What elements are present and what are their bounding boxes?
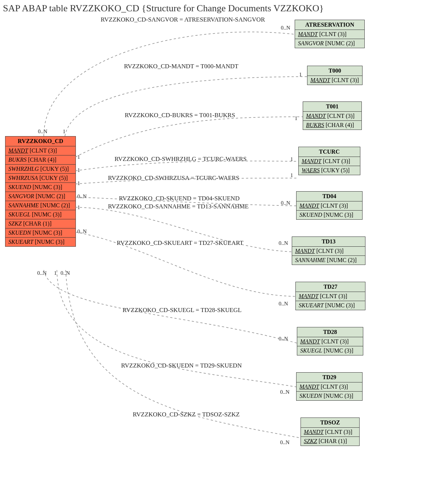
cardinality: 1 bbox=[77, 180, 80, 186]
field-row: MANDT [CLNT (3)] bbox=[5, 146, 75, 155]
entity-td04: TD04MANDT [CLNT (3)]SKUEND [NUMC (3)] bbox=[296, 191, 363, 220]
entity-td29: TD29MANDT [CLNT (3)]SKUEDN [NUMC (3)] bbox=[296, 372, 363, 401]
entity-t001: T001MANDT [CLNT (3)]BUKRS [CHAR (4)] bbox=[303, 101, 362, 130]
cardinality: 0..N bbox=[280, 389, 290, 395]
cardinality: 0..N bbox=[61, 270, 70, 276]
field-row: SANNAHME [NUMC (2)] bbox=[292, 256, 365, 265]
entity-header: TD13 bbox=[292, 237, 365, 247]
field-row: SANGVOR [NUMC (2)] bbox=[295, 39, 364, 48]
field-row: SANNAHME [NUMC (2)] bbox=[5, 201, 75, 210]
entity-tcurc: TCURCMANDT [CLNT (3)]WAERS [CUKY (5)] bbox=[298, 147, 360, 175]
relation-label: RVZZKOKO_CD-SZKZ = TDSOZ-SZKZ bbox=[133, 411, 240, 418]
entity-td13: TD13MANDT [CLNT (3)]SANNAHME [NUMC (2)] bbox=[292, 236, 365, 265]
field-row: MANDT [CLNT (3)] bbox=[301, 428, 359, 437]
field-row: SZKZ [CHAR (1)] bbox=[301, 437, 359, 446]
cardinality: 1 bbox=[290, 156, 293, 162]
field-row: MANDT [CLNT (3)] bbox=[295, 30, 364, 39]
cardinality: 0..N bbox=[279, 240, 288, 246]
relation-label: RVZZKOKO_CD-SKUEGL = TD28-SKUEGL bbox=[123, 307, 242, 314]
field-row: SKUEND [NUMC (3)] bbox=[5, 183, 75, 192]
diagram-title: SAP ABAP table RVZZKOKO_CD {Structure fo… bbox=[3, 3, 426, 14]
connector-layer bbox=[0, 0, 430, 504]
entity-header: TDSOZ bbox=[301, 418, 359, 428]
entity-t000: T000MANDT [CLNT (3)] bbox=[307, 66, 363, 85]
entity-header: TCURC bbox=[299, 147, 360, 157]
entity-header: TD04 bbox=[297, 192, 362, 201]
entity-header: TD27 bbox=[296, 282, 365, 292]
cardinality: 0..N bbox=[279, 336, 288, 342]
entity-header: RVZZKOKO_CD bbox=[5, 136, 75, 146]
field-row: SKUEGL [NUMC (3)] bbox=[5, 210, 75, 219]
entity-header: TD29 bbox=[297, 373, 362, 382]
field-row: BUKRS [CHAR (4)] bbox=[303, 121, 361, 130]
relation-label: RVZZKOKO_CD-SANGVOR = ATRESERVATION-SANG… bbox=[101, 16, 265, 23]
field-row: MANDT [CLNT (3)] bbox=[297, 201, 362, 211]
field-row: MANDT [CLNT (3)] bbox=[297, 337, 363, 346]
relation-label: RVZZKOKO_CD-SKUEND = TD04-SKUEND bbox=[119, 195, 240, 202]
field-row: SKUEART [NUMC (3)] bbox=[5, 238, 75, 246]
cardinality: 1 bbox=[77, 167, 80, 173]
relation-label: RVZZKOKO_CD-SANNAHME = TD13-SANNAHME bbox=[108, 203, 249, 210]
field-row: SWHRZHLG [CUKY (5)] bbox=[5, 165, 75, 174]
field-row: SKUEART [NUMC (3)] bbox=[296, 301, 365, 310]
field-row: MANDT [CLNT (3)] bbox=[299, 157, 360, 166]
entity-tdsoz: TDSOZMANDT [CLNT (3)]SZKZ [CHAR (1)] bbox=[301, 418, 360, 446]
cardinality: 0..N bbox=[77, 228, 87, 235]
cardinality: 0..N bbox=[77, 193, 87, 200]
cardinality: 1 bbox=[77, 204, 80, 211]
entity-rvzzkoko-cd: RVZZKOKO_CD MANDT [CLNT (3)]BUKRS [CHAR … bbox=[5, 136, 76, 247]
entity-td27: TD27MANDT [CLNT (3)]SKUEART [NUMC (3)] bbox=[295, 282, 365, 310]
field-row: SANGVOR [NUMC (2)] bbox=[5, 192, 75, 201]
field-row: BUKRS [CHAR (4)] bbox=[5, 155, 75, 165]
cardinality: 0..N bbox=[37, 270, 47, 276]
relation-label: RVZZKOKO_CD-SKUEART = TD27-SKUEART bbox=[117, 239, 243, 247]
field-row: MANDT [CLNT (3)] bbox=[307, 76, 362, 85]
relation-label: RVZZKOKO_CD-SWHRZUSA = TCURC-WAERS bbox=[108, 174, 239, 182]
entity-atreservation: ATRESERVATIONMANDT [CLNT (3)]SANGVOR [NU… bbox=[295, 20, 365, 48]
field-row: SKUEND [NUMC (3)] bbox=[297, 211, 362, 219]
entity-td28: TD28MANDT [CLNT (3)]SKUEGL [NUMC (3)] bbox=[297, 327, 363, 355]
field-row: WAERS [CUKY (5)] bbox=[299, 166, 360, 175]
relation-label: RVZZKOKO_CD-MANDT = T000-MANDT bbox=[124, 63, 239, 70]
field-row: MANDT [CLNT (3)] bbox=[303, 112, 361, 121]
field-row: SWHRZUSA [CUKY (5)] bbox=[5, 174, 75, 183]
cardinality: 1 bbox=[54, 270, 57, 276]
cardinality: 0..N bbox=[281, 25, 290, 31]
entity-header: TD28 bbox=[297, 327, 363, 337]
field-row: SKUEDN [NUMC (3)] bbox=[297, 392, 362, 400]
cardinality: 1 bbox=[77, 154, 80, 160]
entity-header: T000 bbox=[307, 66, 362, 76]
entity-header: T001 bbox=[303, 102, 361, 112]
cardinality: 1 bbox=[63, 128, 66, 135]
cardinality: 0..N bbox=[280, 439, 290, 446]
field-row: SKUEDN [NUMC (3)] bbox=[5, 228, 75, 238]
field-row: SKUEGL [NUMC (3)] bbox=[297, 346, 363, 355]
relation-label: RVZZKOKO_CD-SWHRZHLG = TCURC-WAERS bbox=[115, 155, 247, 163]
field-row: MANDT [CLNT (3)] bbox=[297, 382, 362, 392]
relation-label: RVZZKOKO_CD-SKUEDN = TD29-SKUEDN bbox=[121, 362, 242, 369]
field-row: MANDT [CLNT (3)] bbox=[292, 247, 365, 256]
cardinality: 0..N bbox=[279, 301, 288, 307]
cardinality: 1 bbox=[290, 172, 293, 178]
cardinality: 0..N bbox=[38, 128, 47, 135]
cardinality: 0..N bbox=[281, 200, 290, 206]
field-row: MANDT [CLNT (3)] bbox=[296, 292, 365, 301]
cardinality: 1 bbox=[295, 115, 298, 122]
field-row: SZKZ [CHAR (1)] bbox=[5, 219, 75, 228]
cardinality: 1 bbox=[299, 72, 302, 78]
relation-label: RVZZKOKO_CD-BUKRS = T001-BUKRS bbox=[125, 112, 235, 119]
entity-header: ATRESERVATION bbox=[295, 20, 364, 30]
